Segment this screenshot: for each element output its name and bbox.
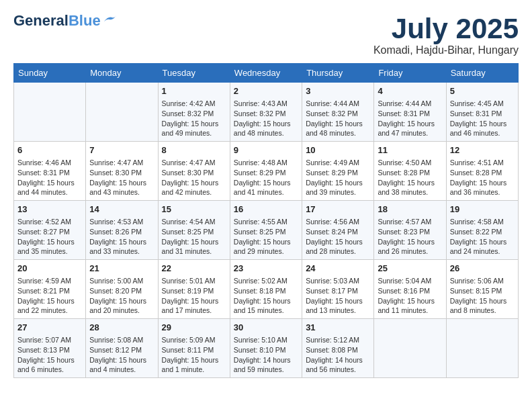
sunrise-text: Sunrise: 5:00 AM xyxy=(89,276,154,286)
sunset-text: Sunset: 8:21 PM xyxy=(17,286,82,296)
day-number: 4 xyxy=(378,85,442,97)
calendar-cell: 22Sunrise: 5:01 AMSunset: 8:19 PMDayligh… xyxy=(158,260,230,319)
sunset-text: Sunset: 8:22 PM xyxy=(450,227,515,237)
sunrise-text: Sunrise: 4:55 AM xyxy=(234,217,298,227)
day-number: 20 xyxy=(17,263,82,275)
sunset-text: Sunset: 8:16 PM xyxy=(378,286,442,296)
calendar-cell: 5Sunrise: 4:45 AMSunset: 8:31 PMDaylight… xyxy=(446,83,518,142)
calendar-cell: 13Sunrise: 4:52 AMSunset: 8:27 PMDayligh… xyxy=(14,201,86,260)
calendar-cell: 20Sunrise: 4:59 AMSunset: 8:21 PMDayligh… xyxy=(14,260,86,319)
calendar-cell: 25Sunrise: 5:04 AMSunset: 8:16 PMDayligh… xyxy=(374,260,446,319)
calendar-cell: 14Sunrise: 4:53 AMSunset: 8:26 PMDayligh… xyxy=(86,201,158,260)
daylight-text: Daylight: 15 hours and 41 minutes. xyxy=(234,178,298,197)
calendar-cell: 28Sunrise: 5:08 AMSunset: 8:12 PMDayligh… xyxy=(86,318,158,377)
calendar-cell: 11Sunrise: 4:50 AMSunset: 8:28 PMDayligh… xyxy=(374,142,446,201)
day-number: 2 xyxy=(234,85,298,97)
daylight-text: Daylight: 15 hours and 35 minutes. xyxy=(17,237,82,257)
day-number: 14 xyxy=(89,203,154,216)
sunset-text: Sunset: 8:25 PM xyxy=(162,227,226,237)
daylight-text: Daylight: 15 hours and 31 minutes. xyxy=(162,237,226,257)
sunset-text: Sunset: 8:32 PM xyxy=(162,109,226,119)
sunrise-text: Sunrise: 4:50 AM xyxy=(378,158,442,168)
daylight-text: Daylight: 15 hours and 44 minutes. xyxy=(17,178,82,197)
calendar-cell: 23Sunrise: 5:02 AMSunset: 8:18 PMDayligh… xyxy=(230,260,302,319)
day-number: 9 xyxy=(234,144,298,156)
calendar-cell: 10Sunrise: 4:49 AMSunset: 8:29 PMDayligh… xyxy=(302,142,374,201)
sunrise-text: Sunrise: 4:56 AM xyxy=(306,217,370,227)
calendar-cell: 17Sunrise: 4:56 AMSunset: 8:24 PMDayligh… xyxy=(302,201,374,260)
calendar-cell: 24Sunrise: 5:03 AMSunset: 8:17 PMDayligh… xyxy=(302,260,374,319)
sunrise-text: Sunrise: 4:46 AM xyxy=(17,158,82,168)
location: Komadi, Hajdu-Bihar, Hungary xyxy=(373,44,519,56)
day-number: 28 xyxy=(89,322,154,334)
daylight-text: Daylight: 15 hours and 24 minutes. xyxy=(450,237,515,257)
sunset-text: Sunset: 8:24 PM xyxy=(306,227,370,237)
day-number: 15 xyxy=(162,203,226,216)
calendar-cell: 6Sunrise: 4:46 AMSunset: 8:31 PMDaylight… xyxy=(14,142,86,201)
calendar-cell: 1Sunrise: 4:42 AMSunset: 8:32 PMDaylight… xyxy=(158,83,230,142)
calendar-cell: 2Sunrise: 4:43 AMSunset: 8:32 PMDaylight… xyxy=(230,83,302,142)
sunset-text: Sunset: 8:13 PM xyxy=(17,345,82,355)
sunrise-text: Sunrise: 4:43 AM xyxy=(234,99,298,109)
logo-text: GeneralBlue xyxy=(13,13,101,28)
day-number: 25 xyxy=(378,263,442,275)
daylight-text: Daylight: 15 hours and 13 minutes. xyxy=(306,296,370,316)
daylight-text: Daylight: 15 hours and 47 minutes. xyxy=(378,119,442,138)
daylight-text: Daylight: 15 hours and 15 minutes. xyxy=(234,296,298,316)
sunset-text: Sunset: 8:30 PM xyxy=(162,168,226,178)
sunrise-text: Sunrise: 4:49 AM xyxy=(306,158,370,168)
sunset-text: Sunset: 8:26 PM xyxy=(89,227,154,237)
day-number: 6 xyxy=(17,144,82,156)
daylight-text: Daylight: 15 hours and 43 minutes. xyxy=(89,178,154,197)
calendar-cell: 12Sunrise: 4:51 AMSunset: 8:28 PMDayligh… xyxy=(446,142,518,201)
daylight-text: Daylight: 14 hours and 59 minutes. xyxy=(234,355,298,375)
sunrise-text: Sunrise: 4:44 AM xyxy=(378,99,442,109)
calendar-cell: 15Sunrise: 4:54 AMSunset: 8:25 PMDayligh… xyxy=(158,201,230,260)
sunset-text: Sunset: 8:25 PM xyxy=(234,227,298,237)
calendar-cell: 30Sunrise: 5:10 AMSunset: 8:10 PMDayligh… xyxy=(230,318,302,377)
sunrise-text: Sunrise: 4:47 AM xyxy=(89,158,154,168)
sunset-text: Sunset: 8:28 PM xyxy=(450,168,515,178)
sunset-text: Sunset: 8:12 PM xyxy=(89,345,154,355)
calendar-cell: 8Sunrise: 4:47 AMSunset: 8:30 PMDaylight… xyxy=(158,142,230,201)
daylight-text: Daylight: 15 hours and 6 minutes. xyxy=(17,355,82,375)
sunrise-text: Sunrise: 5:02 AM xyxy=(234,276,298,286)
sunset-text: Sunset: 8:31 PM xyxy=(450,109,515,119)
daylight-text: Daylight: 15 hours and 4 minutes. xyxy=(89,355,154,375)
calendar-week-row: 27Sunrise: 5:07 AMSunset: 8:13 PMDayligh… xyxy=(14,318,519,377)
calendar-cell: 9Sunrise: 4:48 AMSunset: 8:29 PMDaylight… xyxy=(230,142,302,201)
logo: GeneralBlue xyxy=(13,13,118,28)
logo-bird-icon xyxy=(103,15,118,26)
sunrise-text: Sunrise: 5:03 AM xyxy=(306,276,370,286)
calendar-cell: 18Sunrise: 4:57 AMSunset: 8:23 PMDayligh… xyxy=(374,201,446,260)
sunrise-text: Sunrise: 5:12 AM xyxy=(306,335,370,345)
calendar-table: SundayMondayTuesdayWednesdayThursdayFrid… xyxy=(13,63,519,378)
day-number: 13 xyxy=(17,203,82,216)
calendar-week-row: 13Sunrise: 4:52 AMSunset: 8:27 PMDayligh… xyxy=(14,201,519,260)
sunset-text: Sunset: 8:30 PM xyxy=(89,168,154,178)
day-number: 17 xyxy=(306,203,370,216)
daylight-text: Daylight: 15 hours and 29 minutes. xyxy=(234,237,298,257)
sunset-text: Sunset: 8:32 PM xyxy=(234,109,298,119)
daylight-text: Daylight: 15 hours and 22 minutes. xyxy=(17,296,82,316)
day-number: 23 xyxy=(234,263,298,275)
calendar-cell: 29Sunrise: 5:09 AMSunset: 8:11 PMDayligh… xyxy=(158,318,230,377)
sunrise-text: Sunrise: 4:42 AM xyxy=(162,99,226,109)
day-number: 21 xyxy=(89,263,154,275)
sunset-text: Sunset: 8:31 PM xyxy=(17,168,82,178)
column-header-tuesday: Tuesday xyxy=(158,64,230,83)
sunrise-text: Sunrise: 4:59 AM xyxy=(17,276,82,286)
calendar-cell: 26Sunrise: 5:06 AMSunset: 8:15 PMDayligh… xyxy=(446,260,518,319)
sunset-text: Sunset: 8:27 PM xyxy=(17,227,82,237)
sunrise-text: Sunrise: 5:01 AM xyxy=(162,276,226,286)
column-header-monday: Monday xyxy=(86,64,158,83)
sunrise-text: Sunrise: 5:04 AM xyxy=(378,276,442,286)
sunrise-text: Sunrise: 5:10 AM xyxy=(234,335,298,345)
daylight-text: Daylight: 15 hours and 1 minute. xyxy=(162,355,226,375)
daylight-text: Daylight: 15 hours and 17 minutes. xyxy=(162,296,226,316)
calendar-cell xyxy=(446,318,518,377)
daylight-text: Daylight: 15 hours and 36 minutes. xyxy=(450,178,515,197)
sunrise-text: Sunrise: 4:44 AM xyxy=(306,99,370,109)
daylight-text: Daylight: 15 hours and 8 minutes. xyxy=(450,296,515,316)
day-number: 19 xyxy=(450,203,515,216)
